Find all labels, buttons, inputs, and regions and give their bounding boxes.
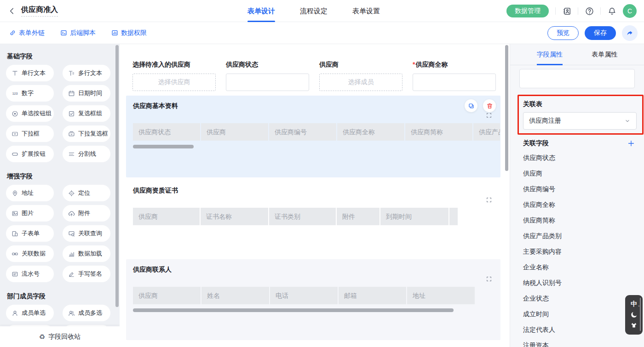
related-field-item[interactable]: 供应产品类别 bbox=[510, 228, 644, 244]
field-pill-datetime[interactable]: 日期时间 bbox=[63, 85, 110, 102]
field-pill-divider[interactable]: 分割线 bbox=[63, 146, 110, 162]
related-field-item[interactable]: 供应商简称 bbox=[510, 213, 644, 228]
toolbar-link-1[interactable]: 后端脚本 bbox=[60, 29, 96, 37]
field-input[interactable]: 选择成员 bbox=[319, 74, 402, 91]
related-field-item[interactable]: 企业名称 bbox=[510, 260, 644, 275]
related-field-item[interactable]: 供应商全称 bbox=[510, 197, 644, 213]
related-field-item[interactable]: 纳税人识别号 bbox=[510, 275, 644, 291]
signature-icon bbox=[68, 271, 75, 278]
expand-icon[interactable] bbox=[486, 276, 492, 284]
field-pill-multi-text[interactable]: 多行文本 bbox=[63, 65, 110, 81]
related-field-item[interactable]: 供应商 bbox=[510, 166, 644, 182]
field-recycle-bin[interactable]: ♻ 字段回收站 bbox=[0, 326, 120, 347]
ext-button-icon bbox=[12, 151, 18, 158]
data-manage-button[interactable]: 数据管理 bbox=[506, 5, 549, 17]
toolbar-link-2[interactable]: 数据权限 bbox=[111, 29, 147, 37]
theme-icon[interactable] bbox=[630, 322, 638, 329]
related-field-item[interactable]: 注册资本 bbox=[510, 338, 644, 347]
field-pill-number[interactable]: 123数字 bbox=[6, 85, 54, 102]
field-pill-subform[interactable]: 子表单 bbox=[6, 225, 54, 242]
form-field[interactable]: 供应商状态 bbox=[226, 61, 309, 91]
related-table-value: 供应商注册 bbox=[529, 117, 561, 125]
related-field-item[interactable]: 法定代表人 bbox=[510, 322, 644, 338]
panel-tab-0[interactable]: 字段属性 bbox=[522, 44, 577, 65]
dark-mode-icon[interactable] bbox=[630, 311, 638, 319]
header-right: 数据管理 C bbox=[506, 0, 637, 22]
expand-icon[interactable] bbox=[486, 112, 492, 120]
field-pill-data-load[interactable]: 数据加载 bbox=[63, 245, 110, 262]
field-pill-linked-data[interactable]: 关联数据 bbox=[6, 245, 54, 262]
related-field-item[interactable]: 企业状态 bbox=[510, 291, 644, 307]
canvas-scrollbar[interactable] bbox=[505, 45, 508, 171]
svg-text:123: 123 bbox=[12, 92, 18, 95]
save-button[interactable]: 保存 bbox=[585, 26, 616, 40]
panel-scrollbar[interactable] bbox=[640, 298, 641, 331]
related-table-label: 关联表 bbox=[523, 100, 635, 108]
column-header: 附件 bbox=[337, 208, 380, 225]
horizontal-scrollbar[interactable] bbox=[133, 308, 454, 312]
form-field[interactable]: *供应商全称 bbox=[413, 61, 496, 91]
field-pill-select[interactable]: 下拉框 bbox=[6, 125, 54, 142]
subform-section-2[interactable]: 供应商联系人供应商姓名电话邮箱地址 bbox=[126, 259, 500, 340]
number-icon: 123 bbox=[12, 90, 18, 97]
bell-icon[interactable] bbox=[607, 6, 616, 16]
translate-icon[interactable]: 中ʼ bbox=[631, 301, 637, 307]
required-mark: * bbox=[413, 61, 415, 68]
expand-icon[interactable] bbox=[486, 197, 492, 205]
sidebar-scrollbar[interactable] bbox=[115, 45, 119, 307]
toolbar-link-0[interactable]: 表单外链 bbox=[9, 29, 45, 37]
related-table-select[interactable]: 供应商注册 bbox=[523, 112, 637, 130]
related-field-item[interactable]: 供应商状态 bbox=[510, 150, 644, 166]
avatar[interactable]: C bbox=[623, 4, 637, 18]
subform-section-0[interactable]: 供应商基本资料供应商状态供应商供应商编号供应商全称供应商简称供应产品类别 bbox=[126, 96, 500, 177]
field-pill-member-multi[interactable]: 成员多选 bbox=[63, 305, 110, 321]
question-icon[interactable] bbox=[585, 6, 594, 16]
related-field-item[interactable]: 供应商编号 bbox=[510, 182, 644, 197]
field-input[interactable] bbox=[226, 74, 309, 91]
back-button[interactable] bbox=[7, 6, 17, 16]
related-field-item[interactable]: 成立时间 bbox=[510, 307, 644, 322]
field-pill-multi-select[interactable]: 下拉复选框 bbox=[63, 125, 110, 142]
copy-section-button[interactable] bbox=[465, 99, 477, 112]
form-field[interactable]: 供应商选择成员 bbox=[319, 61, 402, 91]
tab-2[interactable]: 表单设置 bbox=[352, 0, 380, 22]
field-pill-attachment[interactable]: 附件 bbox=[63, 205, 110, 222]
field-pill-single-text[interactable]: 单行文本 bbox=[6, 65, 54, 81]
field-pill-signature[interactable]: 手写签名 bbox=[63, 266, 110, 282]
address-book-icon[interactable] bbox=[562, 6, 571, 16]
field-input[interactable] bbox=[413, 74, 496, 91]
select-icon bbox=[12, 131, 18, 137]
field-pill-checkbox-group[interactable]: 复选框组 bbox=[63, 105, 110, 122]
panel-tab-1[interactable]: 表单属性 bbox=[577, 44, 632, 65]
radio-group-icon bbox=[12, 110, 18, 117]
field-pill-radio-group[interactable]: 单选按钮组 bbox=[6, 105, 54, 122]
field-pill-linked-query[interactable]: 关联查询 bbox=[63, 225, 110, 242]
subform-section-1[interactable]: 供应商资质证书供应商证书名称证书类别附件到期时间 bbox=[126, 183, 500, 252]
tab-0[interactable]: 表单设计 bbox=[247, 0, 275, 22]
form-title[interactable]: 供应商准入 bbox=[21, 5, 58, 17]
sidebar-groups: 基础字段单行文本多行文本123数字日期时间单选按钮组复选框组下拉框下拉复选框扩展… bbox=[0, 44, 120, 341]
add-related-field-button[interactable] bbox=[627, 140, 635, 147]
column-header: 供应商 bbox=[133, 208, 200, 225]
subform-table: 供应商姓名电话邮箱地址 bbox=[133, 287, 500, 304]
horizontal-scrollbar[interactable] bbox=[133, 145, 194, 148]
recycle-icon: ♻ bbox=[39, 333, 45, 340]
tab-1[interactable]: 流程设定 bbox=[300, 0, 328, 22]
group-title: 部门成员字段 bbox=[7, 292, 114, 301]
related-field-item[interactable]: 主要采购内容 bbox=[510, 244, 644, 260]
preview-button[interactable]: 预览 bbox=[547, 26, 579, 40]
field-pill-image[interactable]: 图片 bbox=[6, 205, 54, 222]
share-button[interactable] bbox=[622, 25, 638, 41]
form-field[interactable]: 选择待准入的供应商选择供应商 bbox=[132, 61, 216, 91]
field-pill-address[interactable]: 地址 bbox=[6, 185, 54, 201]
field-input[interactable]: 选择供应商 bbox=[132, 74, 216, 91]
field-pill-member-single[interactable]: 成员单选 bbox=[6, 305, 54, 321]
toolbar-right: 预览 保存 bbox=[547, 25, 638, 41]
related-fields-label: 关联字段 bbox=[523, 139, 549, 148]
field-pill-serial[interactable]: 流水号 bbox=[6, 266, 54, 282]
datetime-icon bbox=[68, 90, 75, 97]
field-pill-ext-button[interactable]: 扩展按钮 bbox=[6, 146, 54, 162]
field-title-input[interactable] bbox=[519, 69, 635, 88]
delete-section-button[interactable] bbox=[483, 99, 496, 112]
field-pill-locate[interactable]: 定位 bbox=[63, 185, 110, 201]
